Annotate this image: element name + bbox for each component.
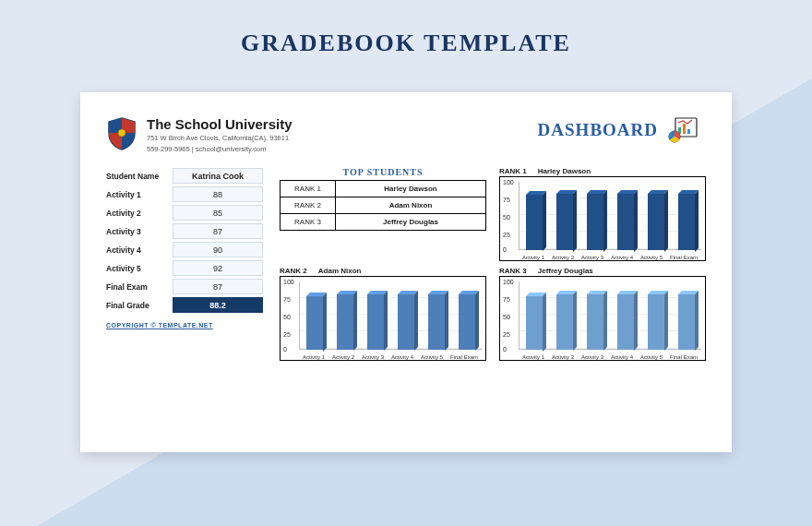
bar (526, 195, 543, 249)
xtick: Activity 1 (522, 255, 544, 260)
bar (648, 194, 664, 250)
chart-title: Adam Nixon (318, 267, 362, 275)
grade-value: 92 (173, 260, 263, 276)
rank-cell: RANK 1 (281, 180, 336, 197)
student-name-value: Katrina Cook (173, 168, 263, 184)
ytick: 0 (503, 246, 507, 253)
school-address-2: 559-299-5965 | school@university.com (147, 145, 293, 154)
chart-title: Harley Dawson (538, 167, 591, 175)
ytick: 75 (283, 296, 291, 303)
ytick: 100 (283, 279, 294, 285)
rank-cell: RANK 3 (281, 213, 336, 230)
bars-row (299, 281, 482, 350)
ytick: 75 (503, 197, 510, 203)
bar (678, 194, 695, 250)
xtick: Activity 3 (362, 354, 384, 360)
grade-label: Activity 1 (106, 190, 173, 199)
final-grade-value: 88.2 (173, 297, 263, 313)
copyright-link[interactable]: COPYRIGHT © TEMPLATE.NET (106, 322, 263, 329)
final-grade-row: Final Grade 88.2 (106, 296, 263, 315)
grade-value: 90 (173, 242, 263, 257)
svg-rect-4 (687, 129, 690, 134)
chart-header: RANK 2Adam Nixon (280, 267, 486, 275)
ytick: 25 (283, 331, 291, 338)
ytick: 100 (503, 179, 514, 185)
xtick: Activity 1 (303, 354, 325, 360)
ytick: 50 (283, 314, 291, 320)
chart-header: RANK 1Harley Dawson (499, 167, 706, 175)
grade-row: Activity 1 88 (106, 185, 263, 204)
grade-row: Activity 5 92 (106, 259, 263, 278)
xtick: Activity 5 (421, 354, 443, 360)
table-row: RANK 2 Adam Nixon (281, 197, 486, 213)
chart-frame: 1007550250Activity 1Activity 2Activity 3… (499, 276, 706, 361)
grade-row: Activity 2 85 (106, 204, 263, 222)
school-crest-icon (106, 116, 137, 151)
bar (617, 194, 634, 250)
rank-cell: RANK 2 (281, 197, 336, 213)
xtick: Activity 2 (552, 255, 574, 260)
chart-rank-label: RANK 2 (280, 267, 307, 275)
xtick: Activity 2 (332, 354, 354, 360)
grade-row: Activity 4 90 (106, 241, 263, 259)
xtick: Final Exam (670, 354, 698, 360)
chart-rank-1: RANK 1Harley Dawson1007550250Activity 1A… (499, 167, 706, 261)
grade-row: Final Exam 87 (106, 278, 263, 296)
grade-value: 87 (173, 223, 263, 239)
school-address-1: 751 W Birch Ave Clovis, California(CA), … (147, 134, 293, 143)
xlabels: Activity 1Activity 2Activity 3Activity 4… (519, 354, 701, 360)
xtick: Activity 2 (552, 354, 574, 360)
xlabels: Activity 1Activity 2Activity 3Activity 4… (299, 354, 482, 360)
bar (306, 296, 323, 350)
top-students-table: RANK 1 Harley Dawson RANK 2 Adam Nixon R… (280, 180, 486, 231)
grade-value: 85 (173, 205, 263, 221)
xtick: Final Exam (450, 354, 478, 360)
dashboard-chart-icon (667, 116, 699, 144)
xtick: Activity 4 (391, 354, 413, 360)
grade-value: 87 (173, 279, 263, 294)
page-title: GRADEBOOK TEMPLATE (0, 0, 812, 57)
svg-point-0 (118, 129, 125, 137)
ytick: 50 (503, 214, 510, 221)
ytick: 25 (503, 232, 510, 238)
xtick: Activity 4 (611, 255, 633, 260)
school-name: The School University (147, 116, 293, 132)
chart-frame: 1007550250Activity 1Activity 2Activity 3… (499, 176, 706, 261)
grade-label: Activity 3 (106, 227, 173, 236)
grade-label: Final Exam (106, 282, 173, 292)
ytick: 0 (503, 346, 507, 353)
student-grades-column: Student Name Katrina Cook Activity 1 88 … (106, 167, 263, 361)
bar (617, 294, 634, 349)
table-row: RANK 1 Harley Dawson (281, 180, 486, 197)
content-grid: Student Name Katrina Cook Activity 1 88 … (106, 167, 706, 361)
chart-rank-label: RANK 1 (499, 167, 527, 175)
ytick: 50 (503, 314, 510, 320)
ytick: 75 (503, 296, 510, 303)
dashboard-label: DASHBOARD (538, 120, 658, 140)
bar (428, 294, 445, 349)
brand-block: The School University 751 W Birch Ave Cl… (106, 116, 293, 154)
chart-frame: 1007550250Activity 1Activity 2Activity 3… (280, 276, 486, 361)
bar (526, 296, 543, 350)
student-name-row: Student Name Katrina Cook (106, 167, 263, 185)
grade-label: Activity 2 (106, 209, 173, 218)
bars-row (519, 281, 701, 350)
grade-row: Activity 3 87 (106, 222, 263, 241)
ytick: 100 (503, 279, 514, 285)
rank-name-cell: Jeffrey Douglas (336, 213, 486, 230)
xtick: Activity 5 (640, 354, 663, 360)
rank-name-cell: Adam Nixon (336, 197, 486, 213)
xtick: Final Exam (670, 255, 698, 260)
header-row: The School University 751 W Birch Ave Cl… (106, 116, 706, 154)
bar (587, 294, 603, 349)
final-grade-label: Final Grade (106, 301, 173, 310)
grade-value: 88 (173, 186, 263, 202)
top-students-block: TOP STUDENTS RANK 1 Harley Dawson RANK 2… (280, 167, 486, 261)
table-row: RANK 3 Jeffrey Douglas (281, 213, 486, 230)
chart-rank-label: RANK 3 (499, 267, 527, 275)
bar (459, 294, 475, 349)
xtick: Activity 5 (640, 255, 663, 260)
ytick: 0 (283, 346, 287, 353)
rank-name-cell: Harley Dawson (336, 180, 486, 197)
xtick: Activity 1 (522, 354, 544, 360)
